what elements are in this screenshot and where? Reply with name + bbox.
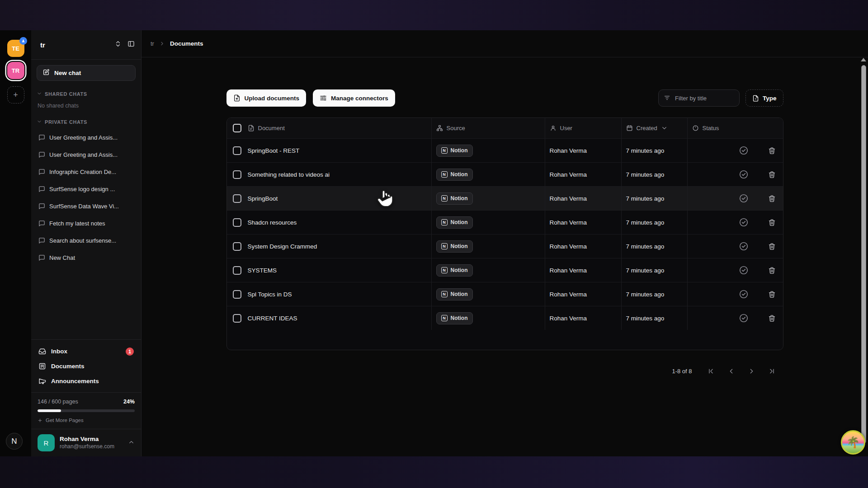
no-shared-chats-text: No shared chats [31,97,141,109]
source-badge: NNotion [436,240,473,253]
plus-icon: + [13,90,18,100]
column-header-source: Source [431,118,545,138]
row-checkbox[interactable] [233,266,241,275]
upload-documents-button[interactable]: Upload documents [226,89,307,107]
row-user: Rohan Verma [545,306,621,330]
first-page-button[interactable] [705,365,717,377]
workspace-avatar-te[interactable]: TE [7,40,24,57]
private-chat-list: User Greeting and Assis... User Greeting… [31,129,141,266]
island-sticker-badge[interactable]: 🌴 [841,430,865,455]
table-row[interactable]: CURRENT IDEAS NNotion Rohan Verma 7 minu… [227,306,783,330]
breadcrumb-page: Documents [170,40,203,47]
get-more-pages-button[interactable]: Get More Pages [38,418,135,423]
chevron-left-icon [727,367,735,375]
document-title: Something related to videos ai [248,163,431,186]
delete-row-button[interactable] [768,243,776,250]
chat-list-item[interactable]: SurfSense Data Wave Vi... [35,197,137,215]
select-all-checkbox[interactable] [233,124,241,132]
private-chats-section-header[interactable]: PRIVATE CHATS [31,119,141,125]
workspace-switcher-icon[interactable] [114,40,122,49]
row-checkbox[interactable] [233,242,241,251]
previous-page-button[interactable] [726,365,737,377]
row-user: Rohan Verma [545,282,621,306]
delete-row-button[interactable] [768,291,776,298]
palm-tree-icon: 🌴 [846,436,860,449]
chat-list-item[interactable]: Infographic Creation De... [35,163,137,180]
chat-title: Infographic Creation De... [49,169,116,175]
upload-documents-label: Upload documents [245,95,300,102]
delete-row-button[interactable] [768,147,776,155]
chat-list-item[interactable]: Search about surfsense... [35,232,137,249]
document-icon [248,125,255,131]
chat-title: User Greeting and Assis... [49,134,118,141]
status-circle-icon [692,125,699,131]
delete-row-button[interactable] [768,314,776,322]
table-row[interactable]: Spl Topics in DS NNotion Rohan Verma 7 m… [227,282,783,306]
source-badge: NNotion [436,216,473,229]
type-filter-button[interactable]: Type [745,89,783,107]
row-checkbox[interactable] [233,314,241,323]
last-page-button[interactable] [766,365,778,377]
megaphone-icon [38,377,46,385]
user-menu[interactable]: R Rohan Verma rohan@surfsense.com [31,429,141,456]
manage-connectors-button[interactable]: Manage connectors [313,89,395,107]
status-check-icon [739,289,749,299]
nextjs-dev-badge[interactable]: N [6,433,23,450]
row-checkbox[interactable] [233,218,241,227]
delete-row-button[interactable] [768,267,776,274]
new-chat-button[interactable]: New chat [37,65,136,81]
row-checkbox[interactable] [233,290,241,299]
table-row[interactable]: SpringBoot - REST NNotion Rohan Verma 7 … [227,138,783,162]
row-user: Rohan Verma [545,139,621,162]
trash-icon [768,291,776,298]
chat-list-item[interactable]: Fetch my latest notes [35,215,137,232]
sidebar-item-inbox[interactable]: Inbox 1 [37,344,136,359]
chevron-down-icon [37,119,42,125]
vertical-scrollbar[interactable] [860,58,867,454]
document-title: System Design Crammed [248,235,431,258]
first-page-icon [707,367,715,375]
workspace-avatar-tr[interactable]: TR [7,62,24,79]
table-row[interactable]: SYSTEMS NNotion Rohan Verma 7 minutes ag… [227,258,783,282]
chat-list-item[interactable]: SurfSense logo design ... [35,180,137,197]
sidebar-item-documents[interactable]: Documents [37,359,136,374]
filter-by-title-input[interactable] [658,89,740,107]
status-check-icon [739,217,749,227]
trash-icon [768,243,776,250]
scroll-up-arrow-icon[interactable] [861,58,866,61]
delete-row-button[interactable] [768,171,776,178]
scrollbar-thumb[interactable] [861,65,866,444]
column-header-created[interactable]: Created [621,118,687,138]
table-row[interactable]: Something related to videos ai NNotion R… [227,162,783,186]
row-created: 7 minutes ago [621,139,687,162]
next-page-button[interactable] [746,365,758,377]
table-row[interactable]: Shadcn resources NNotion Rohan Verma 7 m… [227,210,783,234]
notion-icon: N [441,195,448,202]
workspace-header: tr [31,30,141,60]
row-checkbox[interactable] [233,170,241,179]
row-checkbox[interactable] [233,194,241,203]
row-created: 7 minutes ago [621,282,687,306]
window-top-band [0,0,868,30]
breadcrumb-root[interactable]: tr [151,40,154,47]
chat-list-item[interactable]: New Chat [35,249,137,266]
row-user: Rohan Verma [545,258,621,282]
delete-row-button[interactable] [768,219,776,226]
collapse-sidebar-icon[interactable] [127,40,135,49]
sidebar-item-announcements[interactable]: Announcements [37,374,136,389]
table-row[interactable]: System Design Crammed NNotion Rohan Verm… [227,234,783,258]
chevron-down-icon [37,91,42,97]
source-badge: NNotion [436,288,473,300]
chat-list-item[interactable]: User Greeting and Assis... [35,146,137,163]
status-check-icon [739,193,749,203]
user-icon [550,125,557,131]
table-footer-space [227,330,783,350]
delete-row-button[interactable] [768,195,776,202]
chat-title: SurfSense logo design ... [49,186,115,192]
chat-list-item[interactable]: User Greeting and Assis... [35,129,137,146]
add-workspace-button[interactable]: + [7,86,24,103]
row-checkbox[interactable] [233,146,241,155]
table-row[interactable]: SpringBoot NNotion Rohan Verma 7 minutes… [227,186,783,210]
workspace-name: tr [40,41,45,49]
shared-chats-section-header[interactable]: SHARED CHATS [31,91,141,97]
